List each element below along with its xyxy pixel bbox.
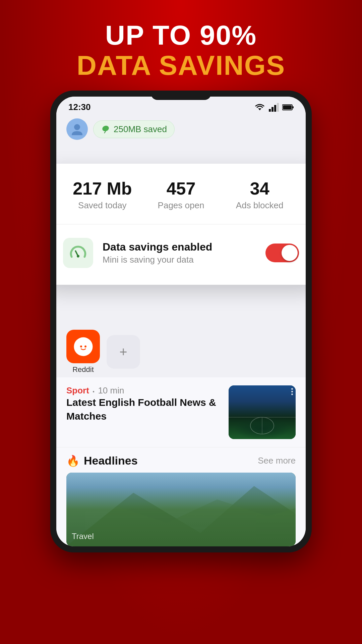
- data-saved-badge: 250MB saved: [93, 120, 175, 138]
- apps-section: Reddit +: [56, 323, 306, 374]
- stats-card: 217 Mb Saved today 457 Pages open 34 Ads…: [56, 164, 306, 285]
- add-icon: +: [119, 344, 127, 360]
- svg-point-10: [77, 255, 79, 258]
- stat-ads-blocked-value: 34: [220, 179, 299, 198]
- svg-point-15: [86, 341, 91, 345]
- svg-rect-2: [272, 107, 274, 112]
- svg-point-8: [74, 124, 80, 130]
- data-savings-row: Data savings enabled Mini is saving your…: [63, 238, 299, 268]
- data-savings-text: Data savings enabled Mini is saving your…: [103, 241, 256, 265]
- reddit-icon: [72, 336, 94, 358]
- headlines-header: 🔥 Headlines See more: [66, 454, 296, 467]
- app-reddit-wrapper: Reddit: [66, 330, 100, 374]
- stat-pages-open: 457 Pages open: [142, 179, 221, 211]
- stat-saved-today-label: Saved today: [63, 200, 142, 211]
- browser-bar: 250MB saved: [56, 115, 306, 145]
- news-item[interactable]: Sport • 10 min Latest English Football N…: [66, 385, 296, 439]
- phone-body: 12:30: [50, 91, 312, 552]
- news-title: Latest English Football News & Matches: [66, 396, 222, 423]
- fire-icon: 🔥: [66, 454, 80, 467]
- see-more-button[interactable]: See more: [258, 455, 296, 466]
- avatar[interactable]: [66, 118, 88, 140]
- svg-point-13: [80, 345, 82, 347]
- stat-pages-open-value: 457: [142, 179, 221, 198]
- svg-rect-6: [292, 106, 294, 108]
- app-reddit-label: Reddit: [66, 365, 100, 374]
- news-category: Sport: [66, 385, 89, 395]
- person-icon: [70, 122, 84, 136]
- svg-rect-3: [274, 105, 276, 112]
- stat-saved-today: 217 Mb Saved today: [63, 179, 142, 211]
- headlines-title-text: Headlines: [84, 454, 138, 467]
- three-dots-menu[interactable]: [291, 388, 293, 395]
- leaf-icon: [101, 124, 110, 134]
- headline-image[interactable]: Travel: [66, 473, 296, 546]
- svg-rect-7: [283, 105, 292, 109]
- news-meta: Sport • 10 min: [66, 385, 222, 396]
- svg-marker-0: [258, 108, 261, 110]
- phone-notch: [151, 91, 211, 100]
- app-add-button[interactable]: +: [107, 335, 140, 369]
- headlines-title: 🔥 Headlines: [66, 454, 138, 467]
- speedometer-icon-bg: [63, 238, 93, 268]
- signal-icon: [269, 103, 279, 112]
- app-add-wrapper: +: [107, 335, 140, 369]
- news-section: Sport • 10 min Latest English Football N…: [56, 377, 306, 447]
- wifi-icon: [254, 103, 265, 112]
- news-item-text: Sport • 10 min Latest English Football N…: [66, 385, 222, 423]
- news-time: 10 min: [98, 385, 124, 395]
- stat-pages-open-label: Pages open: [142, 200, 221, 211]
- svg-rect-1: [269, 109, 271, 112]
- promo-header: UP TO 90% DATA SAVINGS: [0, 20, 362, 80]
- data-savings-title: Data savings enabled: [103, 241, 256, 253]
- news-thumbnail: [229, 385, 296, 439]
- stat-ads-blocked: 34 Ads blocked: [220, 179, 299, 211]
- phone-screen: 12:30: [56, 97, 306, 546]
- app-icon-reddit[interactable]: [66, 330, 100, 363]
- landscape-graphic: [66, 473, 296, 546]
- headline-image-label: Travel: [72, 532, 94, 541]
- headline-line2: DATA SAVINGS: [0, 50, 362, 80]
- headlines-section: 🔥 Headlines See more Travel: [56, 447, 306, 546]
- stat-ads-blocked-label: Ads blocked: [220, 200, 299, 211]
- stats-row: 217 Mb Saved today 457 Pages open 34 Ads…: [63, 179, 299, 211]
- toggle-knob: [282, 245, 298, 261]
- status-time: 12:30: [68, 102, 91, 112]
- svg-rect-16: [88, 345, 89, 347]
- svg-point-14: [84, 345, 86, 347]
- svg-rect-4: [277, 103, 279, 112]
- status-icons: [254, 103, 294, 112]
- data-saved-text: 250MB saved: [114, 124, 167, 135]
- battery-icon: [282, 104, 294, 111]
- stat-saved-today-value: 217 Mb: [63, 179, 142, 198]
- headline-line1: UP TO 90%: [0, 20, 362, 50]
- svg-point-9: [102, 125, 110, 132]
- news-dot: •: [93, 389, 95, 394]
- speedometer-icon: [68, 243, 88, 263]
- data-savings-toggle[interactable]: [265, 244, 299, 262]
- data-savings-subtitle: Mini is saving your data: [103, 255, 256, 265]
- stats-divider: [56, 224, 306, 224]
- phone-frame: 12:30: [50, 91, 312, 552]
- field-lines: [229, 416, 296, 436]
